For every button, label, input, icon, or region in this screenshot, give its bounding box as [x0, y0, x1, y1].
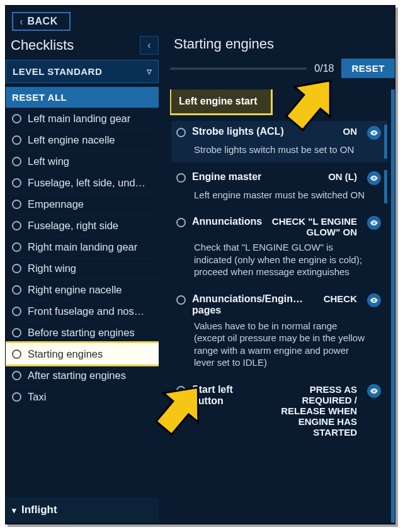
sidebar-item-label: Taxi [28, 391, 46, 403]
group-title: Left engine start [171, 89, 271, 113]
radio-icon [12, 371, 21, 380]
progress-bar [170, 67, 307, 70]
eye-icon[interactable] [367, 171, 381, 185]
radio-icon [12, 349, 21, 359]
checklist-item-value: CHECK "L ENGINE GLOW" ON [263, 216, 357, 237]
sidebar-item-label: Empennage [28, 198, 84, 210]
checklist-item-value: PRESS AS REQUIRED / RELEASE WHEN ENGINE … [263, 384, 357, 438]
checklist-item-name: Annunciations [192, 216, 256, 227]
radio-icon [12, 221, 21, 230]
checklist-item[interactable]: Strobe lights (ACL)ONStrobe lights switc… [171, 121, 387, 162]
checklist-item-name: Annunciations/Engin… pages [192, 293, 317, 316]
checklist-item-name: Strobe lights (ACL) [192, 126, 337, 137]
radio-icon [12, 264, 21, 273]
sidebar-item[interactable]: Left main landing gear [6, 108, 159, 129]
radio-icon [12, 114, 21, 123]
sidebar-item[interactable]: Left engine nacelle [6, 129, 159, 150]
radio-icon [12, 307, 21, 316]
checklist-item-value: ON (L) [328, 171, 357, 182]
sidebar-item[interactable]: Starting engines [6, 343, 159, 365]
radio-icon [176, 386, 186, 395]
checklist-item-name: Engine master [192, 171, 322, 183]
checklist-content: Left engine start Strobe lights (ACL)ONS… [170, 89, 395, 523]
section-inflight[interactable]: ▾ Inflight [6, 497, 159, 523]
sidebar-item[interactable]: Taxi [6, 386, 159, 407]
chevron-down-icon: ▿ [147, 65, 152, 77]
checklist-item-name: Start left button [192, 384, 256, 407]
section-label: Inflight [21, 504, 57, 516]
sidebar-item-label: Right wing [28, 263, 76, 274]
sidebar-item[interactable]: Right main landing gear [6, 236, 159, 258]
checklist-item[interactable]: Annunciations/Engin… pagesCHECKValues ha… [171, 288, 387, 375]
checklist-list[interactable]: Left main landing gearLeft engine nacell… [6, 108, 159, 494]
eye-icon[interactable] [367, 126, 381, 140]
sidebar-item-label: Starting engines [28, 348, 103, 360]
chevron-left-icon: ‹ [147, 40, 150, 51]
sidebar-item-label: After starting engines [28, 370, 126, 382]
reset-all-button[interactable]: RESET ALL [6, 87, 159, 108]
sidebar-item-label: Fuselage, left side, und… [28, 177, 145, 189]
progress-row: 0/18 RESET [170, 59, 395, 78]
radio-icon [12, 328, 21, 337]
reset-button[interactable]: RESET [341, 59, 395, 78]
sidebar-item[interactable]: After starting engines [6, 365, 159, 386]
radio-icon [176, 295, 186, 305]
radio-icon [176, 218, 186, 227]
radio-icon [12, 200, 21, 209]
app-frame: ‹ BACK Checklists ‹ LEVEL STANDARD ▿ RES… [5, 5, 395, 524]
sidebar-item[interactable]: Front fuselage and nos… [6, 300, 159, 322]
radio-icon [12, 285, 21, 295]
checklist-item-desc: Strobe lights switch must be set to ON [194, 144, 367, 156]
sidebar-item[interactable]: Fuselage, left side, und… [6, 172, 159, 193]
checklist-item[interactable]: Engine masterON (L)Left engine master mu… [171, 166, 387, 208]
chevron-left-icon: ‹ [20, 16, 24, 27]
radio-icon [12, 178, 21, 188]
radio-icon [12, 242, 21, 252]
checklist-item-value: ON [343, 126, 358, 137]
sidebar-item-label: Right engine nacelle [28, 284, 122, 296]
eye-icon[interactable] [367, 384, 381, 398]
back-label: BACK [28, 16, 58, 27]
eye-icon[interactable] [367, 216, 381, 230]
checklist-item-desc: Left engine master must be switched ON [194, 189, 367, 201]
sidebar-item[interactable]: Left wing [6, 150, 159, 172]
sidebar-header: Checklists ‹ [6, 36, 159, 60]
sidebar-item-label: Left wing [28, 156, 69, 167]
sidebar: Checklists ‹ LEVEL STANDARD ▿ RESET ALL … [6, 36, 159, 523]
sidebar-item[interactable]: Fuselage, right side [6, 215, 159, 236]
sidebar-item[interactable]: Right engine nacelle [6, 279, 159, 300]
level-dropdown[interactable]: LEVEL STANDARD ▿ [6, 60, 159, 83]
sidebar-item-label: Front fuselage and nos… [28, 305, 144, 317]
sidebar-item-label: Right main landing gear [28, 241, 137, 253]
sidebar-item[interactable]: Empennage [6, 193, 159, 215]
item-scroll-indicator [384, 170, 387, 204]
level-label: LEVEL STANDARD [13, 66, 102, 77]
columns: Checklists ‹ LEVEL STANDARD ▿ RESET ALL … [6, 36, 395, 523]
sidebar-item[interactable]: Right wing [6, 258, 159, 279]
checklist-item-desc: Values have to be in normal range (excep… [194, 320, 367, 369]
item-scroll-indicator [384, 125, 387, 159]
main-panel: Starting engines 0/18 RESET Left engine … [159, 36, 395, 523]
back-button[interactable]: ‹ BACK [12, 12, 71, 31]
sidebar-title: Checklists [11, 37, 74, 54]
checklist-item-value: CHECK [324, 293, 357, 304]
sidebar-item-label: Before starting engines [28, 327, 135, 339]
eye-icon[interactable] [367, 293, 381, 307]
sidebar-collapse-button[interactable]: ‹ [140, 36, 159, 55]
checklist-item-desc: Check that "L ENGINE GLOW" is indicated … [194, 241, 367, 278]
progress-text: 0/18 [314, 63, 334, 74]
page-title: Starting engines [174, 36, 395, 52]
sidebar-item[interactable]: Before starting engines [6, 322, 159, 343]
sidebar-item-label: Left main landing gear [28, 113, 130, 125]
scrollbar-vertical[interactable] [391, 89, 395, 523]
radio-icon [12, 392, 21, 402]
checklist-item[interactable]: Start left buttonPRESS AS REQUIRED / REL… [171, 379, 387, 444]
radio-icon [12, 135, 21, 145]
chevron-down-icon: ▾ [12, 506, 16, 515]
sidebar-item-label: Fuselage, right side [28, 220, 118, 232]
radio-icon [176, 128, 186, 137]
radio-icon [12, 157, 21, 166]
radio-icon [176, 173, 186, 183]
sidebar-item-label: Left engine nacelle [28, 134, 115, 146]
checklist-item[interactable]: AnnunciationsCHECK "L ENGINE GLOW" ONChe… [171, 211, 387, 285]
